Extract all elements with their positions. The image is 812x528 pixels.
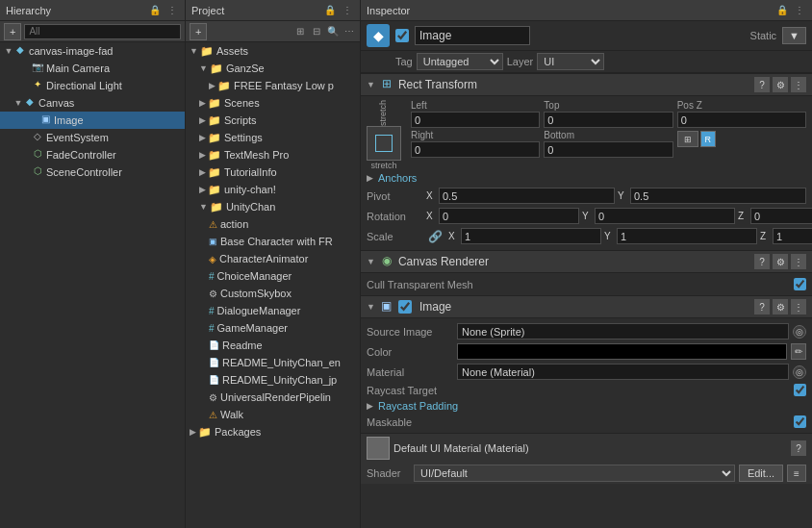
gameobject-enable-checkbox[interactable] xyxy=(395,29,409,42)
project-view-btn2[interactable]: ⊟ xyxy=(310,25,323,38)
rotation-label: Rotation xyxy=(367,211,422,222)
proj-item-unity-chan-folder[interactable]: ▶ 📁 unity-chan! xyxy=(186,181,360,198)
material-picker-btn[interactable]: ◎ xyxy=(793,365,806,379)
project-search-btn[interactable]: 🔍 xyxy=(326,25,340,38)
image-settings-btn[interactable]: ⚙ xyxy=(773,299,788,314)
proj-item-tutorial-info[interactable]: ▶ 📁 TutorialInfo xyxy=(186,163,360,181)
proj-item-action[interactable]: ⚠ action xyxy=(186,215,360,233)
proj-item-free-fantasy[interactable]: ▶ 📁 FREE Fantasy Low p xyxy=(186,77,360,94)
proj-item-character-animator[interactable]: ◈ CharacterAnimator xyxy=(186,250,360,267)
proj-item-base-character[interactable]: ▣ Base Character with FR xyxy=(186,233,360,250)
raycast-padding-row[interactable]: ▶ Raycast Padding xyxy=(367,398,806,414)
proj-item-universal-render[interactable]: ⚙ UniversalRenderPipelin xyxy=(186,389,360,406)
material-input[interactable] xyxy=(457,364,789,380)
proj-item-custom-skybox[interactable]: ⚙ CustomSkybox xyxy=(186,285,360,302)
image-enable-checkbox[interactable] xyxy=(398,300,412,314)
rect-transform-icon: ⊞ xyxy=(379,77,394,92)
canvas-help-btn[interactable]: ? xyxy=(754,254,770,269)
proj-item-ganzse[interactable]: ▼ 📁 GanzSe xyxy=(186,60,360,77)
source-image-picker-btn[interactable]: ◎ xyxy=(793,325,806,339)
rect-extra-btn2[interactable]: R xyxy=(700,131,716,147)
proj-item-label: unity-chan! xyxy=(224,184,276,195)
image-component-header[interactable]: ▼ ▣ Image ? ⚙ ⋮ xyxy=(361,295,812,318)
hierarchy-item-fade-controller[interactable]: ⬡ FadeController xyxy=(0,146,185,163)
image-help-btn[interactable]: ? xyxy=(754,299,770,314)
canvas-settings-btn[interactable]: ⚙ xyxy=(773,254,788,269)
proj-item-settings[interactable]: ▶ 📁 Settings xyxy=(186,129,360,146)
pivot-x-input[interactable] xyxy=(439,188,615,204)
hierarchy-search-input[interactable] xyxy=(24,24,181,39)
proj-item-readme[interactable]: 📄 Readme xyxy=(186,337,360,354)
project-view-btn1[interactable]: ⊞ xyxy=(293,25,307,38)
scale-y-label: Y xyxy=(604,231,614,241)
material-help-btn[interactable]: ? xyxy=(791,440,806,456)
raycast-target-checkbox[interactable] xyxy=(794,384,806,396)
rect-menu-btn[interactable]: ⋮ xyxy=(791,77,806,92)
proj-item-scripts[interactable]: ▶ 📁 Scripts xyxy=(186,112,360,129)
rect-help-btn[interactable]: ? xyxy=(754,77,770,92)
proj-item-textmesh-pro[interactable]: ▶ 📁 TextMesh Pro xyxy=(186,146,360,163)
hierarchy-item-canvas[interactable]: ▼ ◆ Canvas xyxy=(0,94,185,112)
anchors-row[interactable]: ▶ Anchors xyxy=(367,170,806,186)
rect-extra-btn1[interactable]: ⊞ xyxy=(677,131,698,147)
project-lock-btn[interactable]: 🔒 xyxy=(323,4,337,17)
hierarchy-add-btn[interactable]: + xyxy=(4,23,21,40)
inspector-lock-btn[interactable]: 🔒 xyxy=(775,4,789,17)
hierarchy-item-directional-light[interactable]: ✦ Directional Light xyxy=(0,77,185,94)
scale-y-input[interactable] xyxy=(617,228,757,244)
posz-input[interactable] xyxy=(677,112,806,128)
proj-item-game-manager[interactable]: # GameManager xyxy=(186,319,360,337)
right-input[interactable] xyxy=(411,141,540,158)
inspector-menu-btn[interactable]: ⋮ xyxy=(793,4,806,17)
left-input[interactable] xyxy=(411,112,540,128)
gameobject-name-input[interactable] xyxy=(415,26,530,45)
canvas-menu-btn[interactable]: ⋮ xyxy=(791,254,806,269)
rotation-z-input[interactable] xyxy=(750,208,812,224)
hierarchy-item-event-system[interactable]: ◇ EventSystem xyxy=(0,129,185,146)
layer-select[interactable]: UI xyxy=(537,53,604,70)
hierarchy-item-scene-controller[interactable]: ⬡ SceneController xyxy=(0,163,185,181)
hierarchy-item-image[interactable]: ▣ Image xyxy=(0,112,185,129)
project-more-btn[interactable]: ⋯ xyxy=(343,25,356,38)
color-edit-btn[interactable]: ✏ xyxy=(791,343,806,360)
proj-item-scenes[interactable]: ▶ 📁 Scenes xyxy=(186,94,360,112)
rect-transform-header[interactable]: ▼ ⊞ Rect Transform ? ⚙ ⋮ xyxy=(361,73,812,96)
scale-z-input[interactable] xyxy=(773,228,812,244)
pivot-y-input[interactable] xyxy=(630,188,806,204)
proj-item-choice-manager[interactable]: # ChoiceManager xyxy=(186,267,360,285)
hierarchy-title: Hierarchy xyxy=(6,5,51,16)
proj-item-dialogue-manager[interactable]: # DialogueManager xyxy=(186,302,360,319)
rotation-y-input[interactable] xyxy=(595,208,735,224)
anchor-preset-btn[interactable] xyxy=(367,126,401,161)
proj-item-walk[interactable]: ⚠ Walk xyxy=(186,406,360,423)
proj-item-assets[interactable]: ▼ 📁 Assets xyxy=(186,42,360,60)
proj-item-unitychan[interactable]: ▼ 📁 UnityChan xyxy=(186,198,360,215)
image-menu-btn[interactable]: ⋮ xyxy=(791,299,806,314)
folder-icon: 📁 xyxy=(208,166,221,179)
canvas-renderer-header[interactable]: ▼ ◉ Canvas Renderer ? ⚙ ⋮ xyxy=(361,250,812,273)
hierarchy-menu-btn[interactable]: ⋮ xyxy=(165,4,179,17)
tag-select[interactable]: Untagged xyxy=(417,53,503,70)
shader-list-btn[interactable]: ≡ xyxy=(787,465,806,482)
proj-item-packages[interactable]: ▶ 📁 Packages xyxy=(186,423,360,440)
rect-transform-body: stretch stretch Left Top xyxy=(361,96,812,250)
cull-transparent-checkbox[interactable] xyxy=(794,278,806,290)
proj-item-readme-jp[interactable]: 📄 README_UnityChan_jp xyxy=(186,371,360,389)
shader-select[interactable]: UI/Default xyxy=(414,465,735,482)
hierarchy-lock-btn[interactable]: 🔒 xyxy=(148,4,162,17)
top-input[interactable] xyxy=(544,112,672,128)
bottom-input[interactable] xyxy=(544,141,672,158)
color-swatch[interactable] xyxy=(457,343,787,360)
source-image-input[interactable] xyxy=(457,323,789,339)
proj-item-readme-en[interactable]: 📄 README_UnityChan_en xyxy=(186,354,360,371)
shader-edit-btn[interactable]: Edit... xyxy=(739,465,783,482)
project-menu-btn[interactable]: ⋮ xyxy=(341,4,354,17)
hierarchy-item-canvas-image-fad[interactable]: ▼ ◆ canvas-image-fad xyxy=(0,42,185,60)
rotation-x-input[interactable] xyxy=(439,208,579,224)
scale-x-input[interactable] xyxy=(461,228,601,244)
static-dropdown-btn[interactable]: ▼ xyxy=(782,27,806,44)
rect-settings-btn[interactable]: ⚙ xyxy=(773,77,788,92)
project-add-btn[interactable]: + xyxy=(190,23,207,40)
hierarchy-item-main-camera[interactable]: 📷 Main Camera xyxy=(0,60,185,77)
maskable-checkbox[interactable] xyxy=(794,415,806,428)
